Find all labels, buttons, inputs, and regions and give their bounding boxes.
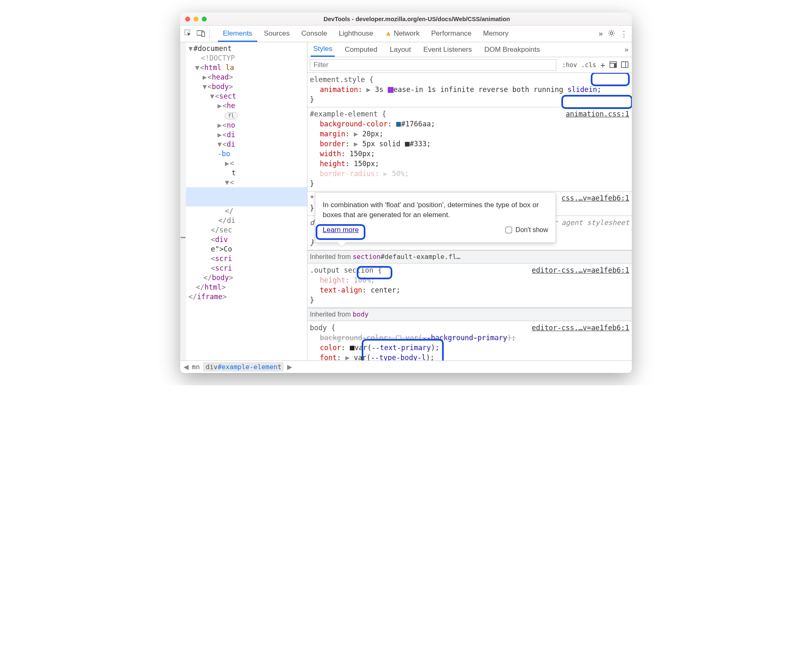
property-doc-popover: In combination with 'float' and 'positio… [315,192,556,243]
rule-element-style[interactable]: element.style { animation: ▶ 3s ease-in … [307,73,632,107]
tab-console[interactable]: Console [296,26,332,42]
dont-show-checkbox[interactable]: Don't show [505,225,548,235]
learn-more-link[interactable]: Learn more [323,225,359,235]
svg-rect-7 [621,62,628,68]
cubic-bezier-icon[interactable] [388,87,394,93]
close-icon[interactable] [185,17,190,22]
sub-tab-layout[interactable]: Layout [387,43,413,56]
rule-output-section[interactable]: editor-css.…v=ae1feb6:1 .output section … [307,264,632,308]
chevron-left-icon[interactable]: ◀ [184,363,188,371]
new-rule-button[interactable]: + [600,60,605,70]
flex-badge[interactable]: fl [225,112,237,119]
tab-memory[interactable]: Memory [478,26,513,42]
hov-button[interactable]: :hov [562,61,577,69]
select-element-icon[interactable] [184,29,192,38]
tab-network[interactable]: ▲ Network [380,26,425,42]
source-link[interactable]: css.…v=ae1feb6:1 [561,193,629,203]
inherited-from-body: Inherited from body [307,308,632,321]
side-gutter: ••• [180,42,186,360]
popover-text: In combination with 'float' and 'positio… [323,200,548,220]
inherited-from-section: Inherited from section#default-example.f… [307,250,632,264]
warning-icon: ▲ [385,29,392,37]
animation-name-link[interactable]: slidein [568,85,597,94]
tab-elements[interactable]: Elements [218,26,257,42]
cls-button[interactable]: .cls [581,61,596,69]
source-link[interactable]: editor-css.…v=ae1feb6:1 [532,265,629,275]
styles-filter-input[interactable] [310,59,556,71]
zoom-icon[interactable] [202,17,207,22]
color-swatch-icon[interactable] [405,142,410,147]
tab-lighthouse[interactable]: Lighthouse [334,26,378,42]
traffic-lights [185,17,207,22]
styles-panel: Styles Computed Layout Event Listeners D… [307,42,632,360]
sub-tab-styles[interactable]: Styles [311,42,335,57]
color-swatch-icon[interactable] [350,346,355,351]
breadcrumb[interactable]: ◀ mn div#example-element ▶ [180,360,632,373]
device-toggle-icon[interactable] [197,29,205,38]
sub-tab-dom-breakpoints[interactable]: DOM Breakpoints [482,43,542,56]
svg-rect-6 [614,63,616,68]
sub-tab-event-listeners[interactable]: Event Listeners [421,43,474,56]
window-title: DevTools - developer.mozilla.org/en-US/d… [207,16,627,22]
checkbox-icon[interactable] [505,227,512,233]
more-tabs-icon[interactable]: » [599,29,603,38]
tab-sources[interactable]: Sources [259,26,295,42]
kebab-menu-icon[interactable]: ⋮ [620,29,628,39]
source-link[interactable]: editor-css.…v=ae1feb6:1 [532,323,629,333]
settings-icon[interactable] [608,29,615,38]
svg-rect-2 [202,32,205,36]
source-link[interactable]: animation.css:1 [566,109,629,119]
svg-point-3 [610,32,613,34]
main-toolbar: Elements Sources Console Lighthouse ▲ Ne… [180,26,632,42]
panel-layout-icon[interactable] [621,61,628,69]
devtools-window: DevTools - developer.mozilla.org/en-US/d… [180,12,632,373]
more-sub-tabs-icon[interactable]: » [625,46,628,54]
minimize-icon[interactable] [193,17,198,22]
breadcrumb-selected[interactable]: div#example-element [203,362,284,372]
sub-tab-computed[interactable]: Computed [342,43,379,56]
chevron-right-icon[interactable]: ▶ [287,363,292,371]
titlebar: DevTools - developer.mozilla.org/en-US/d… [180,12,632,26]
rule-body[interactable]: editor-css.…v=ae1feb6:1 body { backgroun… [307,321,632,360]
color-swatch-icon[interactable] [396,122,401,127]
computed-sidebar-icon[interactable] [609,61,617,69]
rule-example-element[interactable]: animation.css:1 #example-element { backg… [307,107,632,191]
tab-performance[interactable]: Performance [426,26,476,42]
selected-dom-node[interactable] [186,187,307,206]
dom-tree[interactable]: ▼#document <!DOCTYP ▼<html la ▶<head> ▼<… [186,42,307,360]
